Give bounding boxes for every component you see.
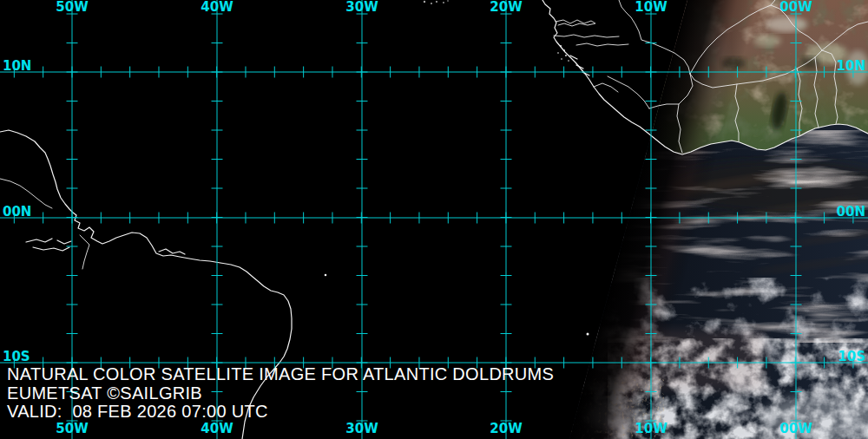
amazon-channel-3 (57, 240, 71, 244)
cape-verde-islet (431, 3, 432, 4)
bijagos-islet (563, 49, 565, 51)
credit-line: EUMETSAT ©SAILGRIB (7, 384, 202, 402)
ascension-island (587, 333, 589, 336)
river-tocantins (80, 235, 89, 269)
amazon-channel-1 (26, 239, 52, 242)
satellite-map-viewport: 50W50W40W40W30W30W20W20W10W10W00W00W10N1… (0, 0, 868, 439)
border-casamance (554, 35, 619, 37)
cape-verde-islet (447, 0, 449, 2)
border-sierra-leone (594, 83, 618, 92)
river-gambia (556, 20, 595, 26)
bijagos-islet (565, 55, 567, 56)
bijagos-islet (557, 52, 559, 54)
border-guinea-bissau (576, 43, 628, 46)
cape-verde-islet (436, 1, 437, 3)
cape-verde-islet (443, 2, 444, 3)
border-guinea-mali (608, 76, 649, 108)
bijagos-islet (561, 58, 562, 60)
image-title: NATURAL COLOR SATELLITE IMAGE FOR ATLANT… (7, 365, 554, 383)
cape-verde-islet (424, 1, 425, 3)
amazon-channel-2 (33, 247, 69, 251)
bijagos-islet (560, 45, 562, 47)
fernando-de-noronha (325, 274, 327, 277)
sao-luis-bays (159, 249, 185, 254)
guinea-estuaries (570, 56, 589, 75)
valid-time-line: VALID: 08 FEB 2026 07:00 UTC (7, 403, 268, 420)
bijagos-islet (568, 60, 569, 62)
border-guiana (0, 179, 52, 208)
